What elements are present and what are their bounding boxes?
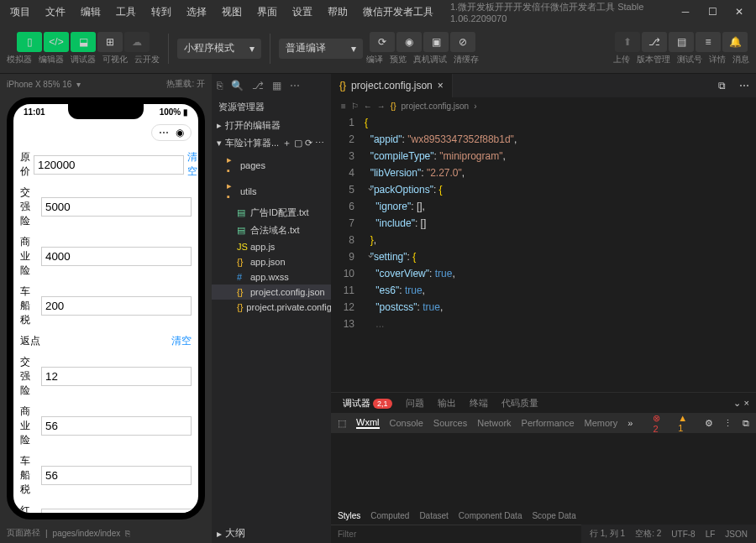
- copy-icon[interactable]: ⎘: [125, 529, 130, 538]
- cloud-toggle[interactable]: ☁: [124, 32, 150, 52]
- editor-toggle[interactable]: </>: [44, 32, 69, 52]
- project-root[interactable]: ▾ 车险计算器... ＋ ▢ ⟳ ⋯: [212, 134, 331, 152]
- menu-settings[interactable]: 设置: [286, 2, 319, 23]
- compile-dropdown[interactable]: 普通编译▾: [279, 39, 363, 59]
- branch-icon[interactable]: ⎇: [252, 80, 264, 91]
- error-count[interactable]: ⊗ 2: [653, 413, 668, 434]
- debugger-toggle[interactable]: ⬓: [71, 32, 96, 52]
- wxml-tab[interactable]: Wxml: [356, 417, 380, 429]
- eol[interactable]: LF: [706, 530, 716, 539]
- fold-icon[interactable]: ⌄: [366, 181, 375, 193]
- folder-utils[interactable]: ▸ ▪ utils: [212, 178, 331, 204]
- file-app-json[interactable]: {} app.json: [212, 254, 331, 269]
- collapse-icon[interactable]: ⌄: [733, 398, 741, 409]
- clear-link-1[interactable]: 清空: [187, 150, 197, 179]
- preview-button[interactable]: ◉: [396, 32, 422, 52]
- computed-tab[interactable]: Computed: [370, 511, 409, 520]
- fold-icon[interactable]: ⌄: [366, 248, 375, 260]
- terminal-tab[interactable]: 终端: [465, 395, 493, 411]
- indent-setting[interactable]: 空格: 2: [635, 528, 661, 540]
- menu-devtools[interactable]: 微信开发者工具: [356, 2, 440, 23]
- memory-tab[interactable]: Memory: [585, 418, 618, 428]
- upload-button[interactable]: ⬆: [615, 32, 640, 52]
- input-jqx[interactable]: [41, 197, 192, 217]
- input-ccs[interactable]: [41, 296, 192, 316]
- clearcache-button[interactable]: ⊘: [450, 32, 475, 52]
- close-tab-icon[interactable]: ×: [438, 80, 444, 91]
- bookmark-icon[interactable]: ⋯: [290, 80, 300, 91]
- menu-view[interactable]: 视图: [215, 2, 249, 23]
- dataset-tab[interactable]: Dataset: [419, 511, 448, 520]
- componentdata-tab[interactable]: Component Data: [459, 511, 522, 520]
- menu-help[interactable]: 帮助: [321, 2, 354, 23]
- file-project-config[interactable]: {} project.config.json: [212, 285, 331, 300]
- performance-tab[interactable]: Performance: [522, 418, 575, 428]
- clear-link-2[interactable]: 清空: [171, 334, 192, 348]
- compile-button[interactable]: ⟳: [370, 32, 395, 52]
- dots-icon[interactable]: ⋮: [723, 418, 732, 429]
- input-hb[interactable]: [41, 509, 192, 520]
- file-domain[interactable]: ▤ 合法域名.txt: [212, 222, 331, 239]
- console-tab[interactable]: Console: [390, 418, 423, 428]
- input-rebate-syx[interactable]: [41, 416, 192, 436]
- styles-tab[interactable]: Styles: [338, 511, 360, 520]
- input-syx[interactable]: [41, 247, 192, 266]
- problems-tab[interactable]: 问题: [401, 395, 429, 411]
- close-panel-icon[interactable]: ×: [744, 398, 749, 408]
- input-price[interactable]: [34, 155, 184, 175]
- editor-tab-active[interactable]: {} project.config.json ×: [331, 74, 453, 97]
- capsule-button[interactable]: ⋯ ◉: [151, 124, 192, 141]
- file-app-wxss[interactable]: # app.wxss: [212, 269, 331, 285]
- codequality-tab[interactable]: 代码质量: [496, 395, 543, 411]
- message-button[interactable]: 🔔: [722, 32, 748, 52]
- debugger-tab[interactable]: 调试器 2,1: [338, 395, 397, 411]
- input-rebate-ccs[interactable]: [41, 466, 192, 485]
- file-ad-config[interactable]: ▤ 广告ID配置.txt: [212, 204, 331, 222]
- menu-ui[interactable]: 界面: [250, 2, 284, 23]
- warn-count[interactable]: ▲ 1: [678, 413, 695, 433]
- visualize-toggle[interactable]: ⊞: [97, 32, 123, 52]
- menu-goto[interactable]: 转到: [144, 2, 178, 23]
- inspect-icon[interactable]: ⬚: [338, 418, 346, 429]
- simulator-toggle[interactable]: ▯: [17, 32, 42, 52]
- file-app-js[interactable]: JS app.js: [212, 239, 331, 254]
- file-project-private[interactable]: {} project.private.config.js...: [212, 300, 331, 315]
- language-mode[interactable]: JSON: [725, 530, 748, 539]
- output-tab[interactable]: 输出: [433, 395, 461, 411]
- menu-project[interactable]: 项目: [3, 2, 37, 23]
- close-button[interactable]: ✕: [732, 5, 746, 18]
- folder-pages[interactable]: ▸ ▪ pages: [212, 152, 331, 178]
- simulator-view[interactable]: 11:01 100% ▮ ⋯ ◉ 原价 清空 交强险 商业险 车船税 返点 清空: [7, 97, 205, 520]
- realdevice-button[interactable]: ▣: [423, 32, 449, 52]
- gear-icon[interactable]: ⚙: [705, 418, 713, 429]
- version-button[interactable]: ⎇: [642, 32, 667, 52]
- dock-icon[interactable]: ⧉: [743, 418, 749, 429]
- encoding[interactable]: UTF-8: [671, 530, 695, 539]
- split-editor-icon[interactable]: ⧉: [711, 80, 732, 91]
- explorer-tab-icon[interactable]: ⎘: [217, 80, 223, 91]
- scopedata-tab[interactable]: Scope Data: [532, 511, 575, 520]
- device-selector[interactable]: iPhone X 85% 16: [7, 80, 71, 89]
- input-rebate-jqx[interactable]: [41, 367, 192, 386]
- more-tabs-icon[interactable]: »: [627, 418, 633, 428]
- menu-select[interactable]: 选择: [180, 2, 213, 23]
- sources-tab[interactable]: Sources: [433, 418, 467, 428]
- path-value[interactable]: pages/index/index: [53, 529, 121, 538]
- ext-icon[interactable]: ▦: [272, 80, 281, 91]
- network-tab[interactable]: Network: [477, 418, 511, 428]
- search-icon[interactable]: 🔍: [231, 80, 244, 91]
- test-button[interactable]: ▤: [669, 32, 694, 52]
- mode-dropdown[interactable]: 小程序模式▾: [177, 39, 261, 59]
- menu-edit[interactable]: 编辑: [74, 2, 108, 23]
- details-button[interactable]: ≡: [696, 32, 721, 52]
- breadcrumb[interactable]: ≡⚐←→ {}project.config.json›: [331, 97, 756, 114]
- open-editors-section[interactable]: ▸ 打开的编辑器: [212, 117, 331, 134]
- minimize-button[interactable]: ─: [679, 5, 692, 18]
- menu-tools[interactable]: 工具: [109, 2, 143, 23]
- more-actions-icon[interactable]: ⋯: [732, 80, 756, 91]
- menu-file[interactable]: 文件: [39, 2, 72, 23]
- cursor-position[interactable]: 行 1, 列 1: [590, 528, 625, 540]
- outline-section[interactable]: ▸ 大纲: [212, 524, 331, 543]
- code-editor[interactable]: 12345678910111213 ⌄ ⌄ { "appid": "wx8953…: [331, 114, 756, 392]
- maximize-button[interactable]: ☐: [706, 5, 719, 18]
